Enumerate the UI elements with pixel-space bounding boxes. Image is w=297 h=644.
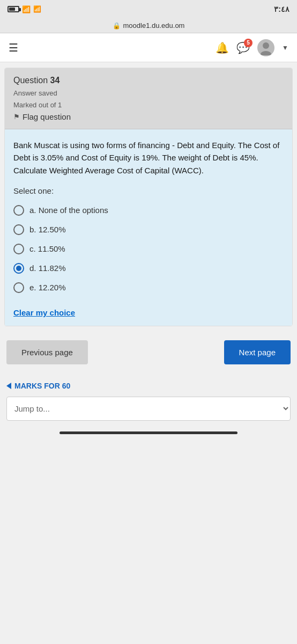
radio-d-selected <box>16 266 21 271</box>
option-c-label: c. 11.50% <box>29 244 65 253</box>
marks-for-link[interactable]: MARKS FOR 60 <box>6 382 291 390</box>
option-b-label: b. 12.50% <box>29 225 66 234</box>
avatar[interactable] <box>257 39 274 56</box>
radio-d[interactable] <box>13 263 24 274</box>
chat-badge: 5 <box>244 39 253 47</box>
question-body: Bank Muscat is using two forms of financ… <box>5 129 292 326</box>
question-meta: Answer saved Marked out of 1 <box>13 87 284 111</box>
svg-point-0 <box>263 42 269 49</box>
flag-question-label: Flag question <box>23 112 71 121</box>
question-header: Question 34 Answer saved Marked out of 1… <box>5 68 292 129</box>
status-time: ٣:٤٨ <box>274 5 289 13</box>
triangle-left-icon <box>6 383 11 389</box>
previous-page-button[interactable]: Previous page <box>6 340 88 364</box>
select-one-label: Select one: <box>13 186 284 195</box>
question-title-text: Question <box>13 76 50 85</box>
status-bar: 📶 📶 ٣:٤٨ <box>0 0 297 18</box>
chat-icon-wrap[interactable]: 💬 5 <box>236 41 250 54</box>
marked-out: Marked out of 1 <box>13 99 284 111</box>
option-a[interactable]: a. None of the options <box>13 201 284 220</box>
question-number: 34 <box>50 76 60 85</box>
nav-bar: ☰ 🔔 💬 5 ▼ <box>0 33 297 62</box>
option-c[interactable]: c. 11.50% <box>13 239 284 259</box>
lock-icon: 🔒 <box>113 22 121 30</box>
bell-icon[interactable]: 🔔 <box>216 41 229 54</box>
option-d[interactable]: d. 11.82% <box>13 259 284 278</box>
page-navigation: Previous page Next page <box>0 332 297 373</box>
radio-a[interactable] <box>13 205 24 216</box>
question-title: Question 34 <box>13 76 284 85</box>
flag-icon: ⚑ <box>13 113 20 121</box>
option-e[interactable]: e. 12.20% <box>13 278 284 297</box>
radio-e[interactable] <box>13 282 24 293</box>
wifi-icon: 📶 <box>22 5 31 13</box>
url-text: moodle1.du.edu.om <box>123 21 185 30</box>
svg-point-1 <box>261 51 271 55</box>
answer-status: Answer saved <box>13 87 284 99</box>
radio-b[interactable] <box>13 224 24 235</box>
scroll-indicator <box>60 431 237 434</box>
nav-right: 🔔 💬 5 ▼ <box>216 39 288 56</box>
next-page-button[interactable]: Next page <box>224 340 291 364</box>
url-bar: 🔒 moodle1.du.edu.om <box>0 18 297 33</box>
bottom-section: MARKS FOR 60 Jump to... <box>0 373 297 426</box>
option-e-label: e. 12.20% <box>29 283 66 292</box>
jump-to-select[interactable]: Jump to... <box>6 397 291 421</box>
status-left: 📶 📶 <box>8 5 41 13</box>
marks-for-label: MARKS FOR 60 <box>14 382 70 390</box>
options-list: a. None of the options b. 12.50% c. 11.5… <box>13 201 284 297</box>
option-d-label: d. 11.82% <box>29 264 66 273</box>
question-text: Bank Muscat is using two forms of financ… <box>13 139 284 177</box>
flag-question-row[interactable]: ⚑ Flag question <box>13 112 284 121</box>
signal-icon: 📶 <box>33 5 41 13</box>
dropdown-arrow-icon[interactable]: ▼ <box>282 44 288 52</box>
hamburger-menu-icon[interactable]: ☰ <box>9 41 18 54</box>
option-b[interactable]: b. 12.50% <box>13 220 284 239</box>
radio-c[interactable] <box>13 244 24 254</box>
option-a-label: a. None of the options <box>29 206 108 215</box>
clear-choice-button[interactable]: Clear my choice <box>13 308 75 317</box>
main-content-card: Question 34 Answer saved Marked out of 1… <box>4 68 293 326</box>
battery-icon <box>8 6 19 12</box>
